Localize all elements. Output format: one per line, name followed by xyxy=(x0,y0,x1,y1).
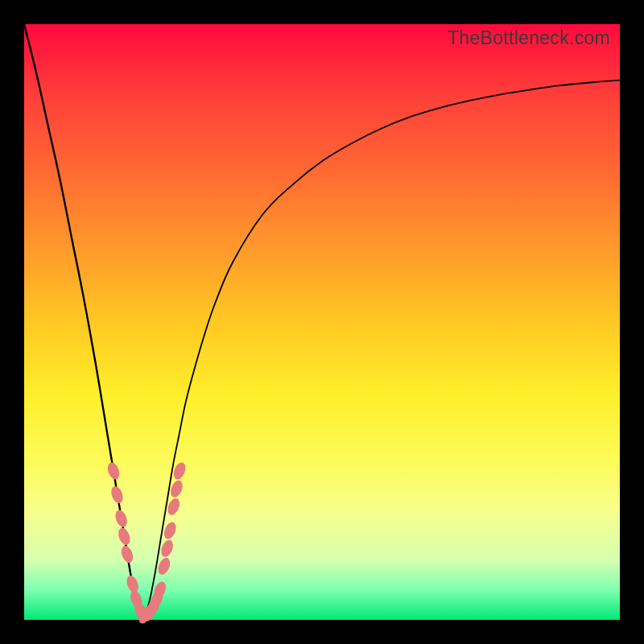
svg-point-2 xyxy=(114,509,130,529)
svg-point-4 xyxy=(119,544,135,564)
chart-svg xyxy=(24,24,620,620)
svg-point-15 xyxy=(162,520,178,540)
data-markers xyxy=(105,460,188,625)
svg-point-1 xyxy=(109,485,126,505)
svg-point-3 xyxy=(116,526,132,547)
svg-point-14 xyxy=(159,539,175,559)
curve-line xyxy=(24,24,620,620)
svg-point-0 xyxy=(105,460,122,481)
chart-frame: TheBottleneck.com xyxy=(0,0,644,644)
svg-point-13 xyxy=(156,556,172,576)
plot-area: TheBottleneck.com xyxy=(24,24,620,620)
